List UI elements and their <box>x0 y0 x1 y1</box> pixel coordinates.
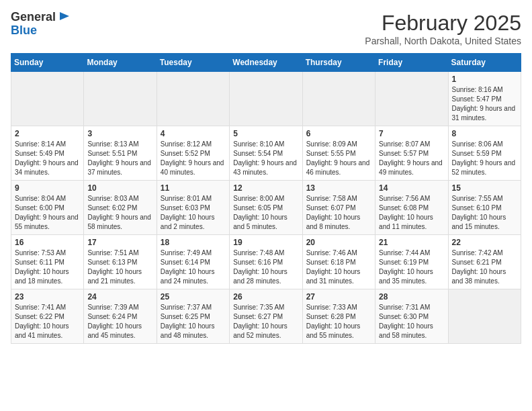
day-info: Sunrise: 8:10 AM Sunset: 5:54 PM Dayligh… <box>233 140 298 177</box>
calendar-day-cell <box>11 72 84 126</box>
day-info: Sunrise: 8:13 AM Sunset: 5:51 PM Dayligh… <box>87 140 152 177</box>
day-info: Sunrise: 7:37 AM Sunset: 6:25 PM Dayligh… <box>161 303 226 340</box>
day-info: Sunrise: 7:41 AM Sunset: 6:22 PM Dayligh… <box>15 303 80 340</box>
day-number: 27 <box>306 292 371 302</box>
day-number: 7 <box>379 129 444 138</box>
calendar-week-row: 9Sunrise: 8:04 AM Sunset: 6:00 PM Daylig… <box>11 181 521 235</box>
svg-marker-0 <box>60 12 69 20</box>
calendar-day-cell: 6Sunrise: 8:09 AM Sunset: 5:55 PM Daylig… <box>302 126 375 181</box>
day-number: 17 <box>87 238 152 247</box>
day-number: 9 <box>15 183 80 193</box>
day-number: 25 <box>161 292 226 302</box>
calendar-day-cell: 13Sunrise: 7:58 AM Sunset: 6:07 PM Dayli… <box>302 181 375 235</box>
location-title: Parshall, North Dakota, United States <box>365 36 521 46</box>
page-header: General Blue February 2025 Parshall, Nor… <box>11 11 521 46</box>
day-info: Sunrise: 7:49 AM Sunset: 6:14 PM Dayligh… <box>161 248 226 286</box>
day-info: Sunrise: 8:12 AM Sunset: 5:52 PM Dayligh… <box>161 140 226 177</box>
day-info: Sunrise: 7:35 AM Sunset: 6:27 PM Dayligh… <box>233 303 298 340</box>
day-info: Sunrise: 8:16 AM Sunset: 5:47 PM Dayligh… <box>452 85 517 123</box>
day-info: Sunrise: 8:14 AM Sunset: 5:49 PM Dayligh… <box>15 140 80 177</box>
calendar-day-cell: 8Sunrise: 8:06 AM Sunset: 5:59 PM Daylig… <box>448 126 521 181</box>
weekday-header: Saturday <box>448 54 521 72</box>
day-number: 11 <box>161 183 226 193</box>
calendar-day-cell: 17Sunrise: 7:51 AM Sunset: 6:13 PM Dayli… <box>84 235 157 289</box>
day-info: Sunrise: 7:33 AM Sunset: 6:28 PM Dayligh… <box>306 303 371 340</box>
calendar-day-cell: 21Sunrise: 7:44 AM Sunset: 6:19 PM Dayli… <box>375 235 448 289</box>
day-info: Sunrise: 8:01 AM Sunset: 6:03 PM Dayligh… <box>161 194 226 232</box>
day-number: 23 <box>15 292 80 302</box>
day-info: Sunrise: 8:06 AM Sunset: 5:59 PM Dayligh… <box>452 140 517 177</box>
day-number: 8 <box>452 129 517 138</box>
day-number: 24 <box>87 292 152 302</box>
day-info: Sunrise: 7:39 AM Sunset: 6:24 PM Dayligh… <box>87 303 152 340</box>
day-info: Sunrise: 8:03 AM Sunset: 6:02 PM Dayligh… <box>87 194 152 232</box>
calendar-day-cell: 16Sunrise: 7:53 AM Sunset: 6:11 PM Dayli… <box>11 235 84 289</box>
calendar-day-cell: 26Sunrise: 7:35 AM Sunset: 6:27 PM Dayli… <box>230 289 302 344</box>
calendar-day-cell <box>375 72 448 126</box>
calendar-day-cell: 18Sunrise: 7:49 AM Sunset: 6:14 PM Dayli… <box>157 235 229 289</box>
weekday-header: Thursday <box>302 54 375 72</box>
calendar-day-cell: 5Sunrise: 8:10 AM Sunset: 5:54 PM Daylig… <box>230 126 302 181</box>
calendar-day-cell: 7Sunrise: 8:07 AM Sunset: 5:57 PM Daylig… <box>375 126 448 181</box>
calendar-day-cell: 2Sunrise: 8:14 AM Sunset: 5:49 PM Daylig… <box>11 126 84 181</box>
title-block: February 2025 Parshall, North Dakota, Un… <box>365 11 521 46</box>
calendar-day-cell: 14Sunrise: 7:56 AM Sunset: 6:08 PM Dayli… <box>375 181 448 235</box>
day-info: Sunrise: 7:53 AM Sunset: 6:11 PM Dayligh… <box>15 248 80 286</box>
day-number: 3 <box>87 129 152 138</box>
calendar-day-cell: 27Sunrise: 7:33 AM Sunset: 6:28 PM Dayli… <box>302 289 375 344</box>
calendar-day-cell: 23Sunrise: 7:41 AM Sunset: 6:22 PM Dayli… <box>11 289 84 344</box>
logo-icon <box>57 11 71 24</box>
day-info: Sunrise: 7:55 AM Sunset: 6:10 PM Dayligh… <box>452 194 517 232</box>
day-number: 28 <box>379 292 444 302</box>
calendar-day-cell <box>84 72 157 126</box>
weekday-header: Friday <box>375 54 448 72</box>
day-info: Sunrise: 8:00 AM Sunset: 6:05 PM Dayligh… <box>233 194 298 232</box>
calendar-day-cell: 10Sunrise: 8:03 AM Sunset: 6:02 PM Dayli… <box>84 181 157 235</box>
day-number: 19 <box>233 238 298 247</box>
day-info: Sunrise: 8:09 AM Sunset: 5:55 PM Dayligh… <box>306 140 371 177</box>
day-info: Sunrise: 7:51 AM Sunset: 6:13 PM Dayligh… <box>87 248 152 286</box>
day-number: 2 <box>15 129 80 138</box>
calendar-day-cell: 3Sunrise: 8:13 AM Sunset: 5:51 PM Daylig… <box>84 126 157 181</box>
day-number: 1 <box>452 75 517 84</box>
day-info: Sunrise: 7:31 AM Sunset: 6:30 PM Dayligh… <box>379 303 444 340</box>
logo-blue: Blue <box>11 24 71 38</box>
day-info: Sunrise: 8:04 AM Sunset: 6:00 PM Dayligh… <box>15 194 80 232</box>
day-number: 14 <box>379 183 444 193</box>
day-number: 20 <box>306 238 371 247</box>
calendar-day-cell <box>302 72 375 126</box>
calendar-day-cell: 1Sunrise: 8:16 AM Sunset: 5:47 PM Daylig… <box>448 72 521 126</box>
day-number: 15 <box>452 183 517 193</box>
day-number: 26 <box>233 292 298 302</box>
month-title: February 2025 <box>365 11 521 36</box>
day-number: 18 <box>161 238 226 247</box>
day-info: Sunrise: 7:44 AM Sunset: 6:19 PM Dayligh… <box>379 248 444 286</box>
day-number: 21 <box>379 238 444 247</box>
calendar-week-row: 2Sunrise: 8:14 AM Sunset: 5:49 PM Daylig… <box>11 126 521 181</box>
calendar-day-cell: 11Sunrise: 8:01 AM Sunset: 6:03 PM Dayli… <box>157 181 229 235</box>
day-number: 12 <box>233 183 298 193</box>
calendar-day-cell: 19Sunrise: 7:48 AM Sunset: 6:16 PM Dayli… <box>230 235 302 289</box>
logo: General Blue <box>11 11 71 38</box>
calendar-day-cell <box>157 72 229 126</box>
day-info: Sunrise: 7:42 AM Sunset: 6:21 PM Dayligh… <box>452 248 517 286</box>
calendar-week-row: 16Sunrise: 7:53 AM Sunset: 6:11 PM Dayli… <box>11 235 521 289</box>
calendar-day-cell: 9Sunrise: 8:04 AM Sunset: 6:00 PM Daylig… <box>11 181 84 235</box>
calendar-day-cell: 24Sunrise: 7:39 AM Sunset: 6:24 PM Dayli… <box>84 289 157 344</box>
weekday-header: Sunday <box>11 54 84 72</box>
calendar-week-row: 23Sunrise: 7:41 AM Sunset: 6:22 PM Dayli… <box>11 289 521 344</box>
calendar-day-cell <box>230 72 302 126</box>
calendar-table: SundayMondayTuesdayWednesdayThursdayFrid… <box>11 53 521 344</box>
day-info: Sunrise: 7:48 AM Sunset: 6:16 PM Dayligh… <box>233 248 298 286</box>
calendar-day-cell: 25Sunrise: 7:37 AM Sunset: 6:25 PM Dayli… <box>157 289 229 344</box>
calendar-day-cell: 4Sunrise: 8:12 AM Sunset: 5:52 PM Daylig… <box>157 126 229 181</box>
logo-general: General <box>11 11 56 24</box>
calendar-day-cell: 20Sunrise: 7:46 AM Sunset: 6:18 PM Dayli… <box>302 235 375 289</box>
calendar-day-cell: 22Sunrise: 7:42 AM Sunset: 6:21 PM Dayli… <box>448 235 521 289</box>
weekday-header: Monday <box>84 54 157 72</box>
calendar-day-cell: 15Sunrise: 7:55 AM Sunset: 6:10 PM Dayli… <box>448 181 521 235</box>
day-info: Sunrise: 7:58 AM Sunset: 6:07 PM Dayligh… <box>306 194 371 232</box>
day-number: 5 <box>233 129 298 138</box>
day-number: 16 <box>15 238 80 247</box>
calendar-week-row: 1Sunrise: 8:16 AM Sunset: 5:47 PM Daylig… <box>11 72 521 126</box>
